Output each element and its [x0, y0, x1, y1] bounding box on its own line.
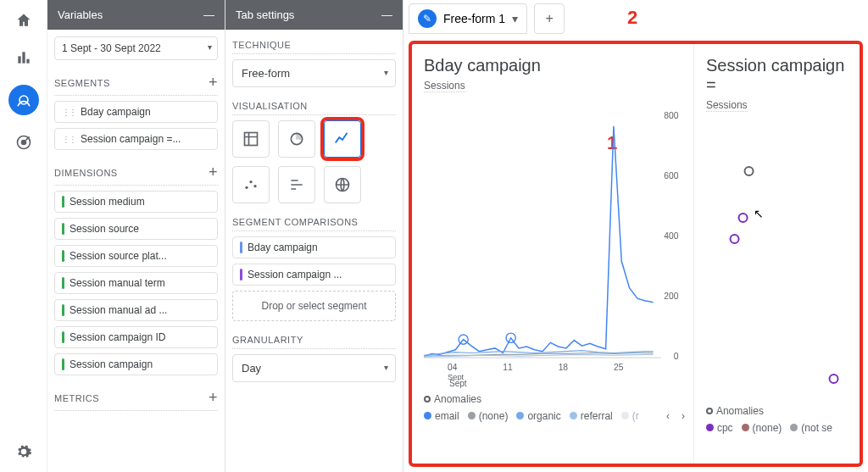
add-tab-button[interactable]: +: [534, 3, 565, 34]
segment-chip[interactable]: ⋮⋮Session campaign =...: [54, 128, 218, 150]
segment-drop-zone[interactable]: Drop or select segment: [232, 291, 396, 321]
svg-text:0: 0: [674, 352, 679, 361]
svg-text:11: 11: [503, 363, 513, 372]
legend-dot-icon: [468, 412, 476, 419]
svg-text:04: 04: [448, 363, 458, 372]
chart-legend: Anomalies: [706, 405, 851, 417]
svg-point-27: [730, 235, 738, 243]
dimension-chip[interactable]: Session manual ad ...: [54, 299, 218, 321]
visualisation-grid: [232, 120, 396, 203]
svg-rect-6: [245, 133, 258, 146]
svg-text:600: 600: [664, 171, 678, 180]
annotation-2: 2: [627, 7, 637, 29]
segcomp-chip[interactable]: Bday campaign: [232, 236, 396, 258]
add-metric-button[interactable]: +: [209, 389, 218, 407]
chart-legend-series: email (none) organic referral (r ‹›: [424, 410, 685, 422]
cursor-icon: ↖: [754, 207, 764, 220]
chart-left: Bday campaign Sessions 800 600 400 200 0: [412, 44, 694, 464]
dimension-chip[interactable]: Session source plat...: [54, 245, 218, 267]
date-range-select[interactable]: 1 Sept - 30 Sept 2022: [54, 36, 218, 60]
dimension-chip[interactable]: Session campaign ID: [54, 326, 218, 348]
svg-point-10: [253, 185, 256, 187]
legend-dot-icon: [742, 424, 749, 431]
chart-ylabel: Sessions: [424, 80, 465, 92]
segment-chip[interactable]: ⋮⋮Bday campaign: [54, 101, 218, 123]
dimension-chip[interactable]: Session manual term: [54, 272, 218, 294]
left-nav: [0, 0, 47, 472]
viz-line-button[interactable]: [324, 120, 361, 158]
tab-settings-panel: 1 2 Tab settings — TECHNIQUE Free-form V…: [225, 0, 403, 472]
svg-point-9: [249, 180, 252, 183]
svg-point-5: [21, 141, 25, 145]
main-area: ✎ Free-form 1 ▾ + Bday campaign Sessions…: [403, 0, 868, 472]
legend-dot-icon: [570, 412, 577, 419]
visualisation-label: VISUALISATION: [232, 101, 308, 111]
scatter-plot: ↖: [706, 112, 851, 400]
technique-select[interactable]: Free-form: [232, 59, 396, 87]
tab-freeform1[interactable]: ✎ Free-form 1 ▾: [409, 3, 527, 34]
tab-settings-title: Tab settings: [236, 8, 294, 21]
advertising-icon[interactable]: [14, 132, 34, 153]
chart-title: Session campaign =: [706, 56, 851, 95]
granularity-select[interactable]: Day: [232, 354, 396, 382]
minimize-icon[interactable]: —: [203, 8, 214, 21]
segcomp-chip[interactable]: Session campaign ...: [232, 264, 396, 286]
explore-icon[interactable]: [8, 85, 39, 115]
dimension-chip[interactable]: Session source: [54, 218, 218, 240]
svg-point-8: [245, 186, 248, 189]
chart-ylabel: Sessions: [706, 99, 748, 112]
anomaly-ring-icon: [706, 408, 713, 414]
chart-title: Bday campaign: [424, 56, 685, 75]
legend-dot-icon: [516, 412, 524, 419]
legend-dot-icon: [424, 412, 431, 419]
svg-rect-1: [22, 52, 25, 63]
gear-icon[interactable]: [14, 441, 34, 462]
legend-dot-icon: [706, 424, 714, 431]
chart-legend-series: cpc (none) (not se: [706, 422, 851, 434]
add-dimension-button[interactable]: +: [209, 164, 218, 181]
svg-point-26: [738, 214, 747, 222]
svg-text:25: 25: [614, 363, 624, 372]
svg-rect-0: [18, 56, 20, 63]
dimension-chip[interactable]: Session campaign: [54, 353, 218, 375]
viz-donut-button[interactable]: [278, 120, 315, 158]
variables-header: Variables —: [47, 0, 225, 30]
charts-frame: Bday campaign Sessions 800 600 400 200 0: [409, 41, 863, 467]
dimension-chip[interactable]: Session medium: [54, 191, 218, 213]
viz-geo-button[interactable]: [324, 166, 361, 203]
line-chart-svg: 800 600 400 200 0 04 11: [424, 101, 685, 380]
legend-next-icon[interactable]: ›: [682, 410, 685, 422]
home-icon[interactable]: [14, 10, 34, 31]
legend-prev-icon[interactable]: ‹: [666, 410, 670, 422]
dimensions-label: DIMENSIONS: [54, 168, 118, 178]
svg-text:800: 800: [664, 111, 678, 120]
svg-text:200: 200: [664, 292, 678, 301]
minimize-icon[interactable]: —: [381, 8, 392, 21]
svg-rect-2: [26, 59, 29, 64]
svg-text:400: 400: [664, 231, 678, 241]
variables-title: Variables: [58, 8, 103, 21]
anomaly-ring-icon: [424, 396, 431, 403]
metrics-label: METRICS: [54, 393, 99, 403]
legend-dot-icon: [790, 424, 798, 431]
segment-comparisons-label: SEGMENT COMPARISONS: [232, 217, 358, 227]
chevron-down-icon[interactable]: ▾: [512, 12, 518, 25]
viz-bar-button[interactable]: [278, 166, 315, 203]
svg-point-28: [829, 375, 837, 383]
viz-table-button[interactable]: [232, 120, 270, 158]
tab-label: Free-form 1: [443, 12, 505, 25]
legend-dot-icon: [621, 412, 629, 419]
pencil-icon: ✎: [418, 9, 437, 28]
chart-legend: Anomalies: [424, 393, 685, 405]
segments-label: SEGMENTS: [54, 78, 110, 88]
variables-panel: Variables — 1 Sept - 30 Sept 2022 SEGMEN…: [47, 0, 225, 472]
viz-scatter-button[interactable]: [232, 166, 270, 203]
svg-point-25: [744, 167, 753, 175]
add-segment-button[interactable]: +: [209, 74, 218, 92]
technique-label: TECHNIQUE: [232, 40, 291, 50]
svg-text:18: 18: [559, 363, 569, 372]
chart-right: Session campaign = Sessions ↖ Anomalies …: [694, 44, 860, 464]
tab-settings-header: Tab settings —: [225, 0, 403, 30]
reports-icon[interactable]: [14, 47, 34, 68]
granularity-label: GRANULARITY: [232, 335, 303, 345]
